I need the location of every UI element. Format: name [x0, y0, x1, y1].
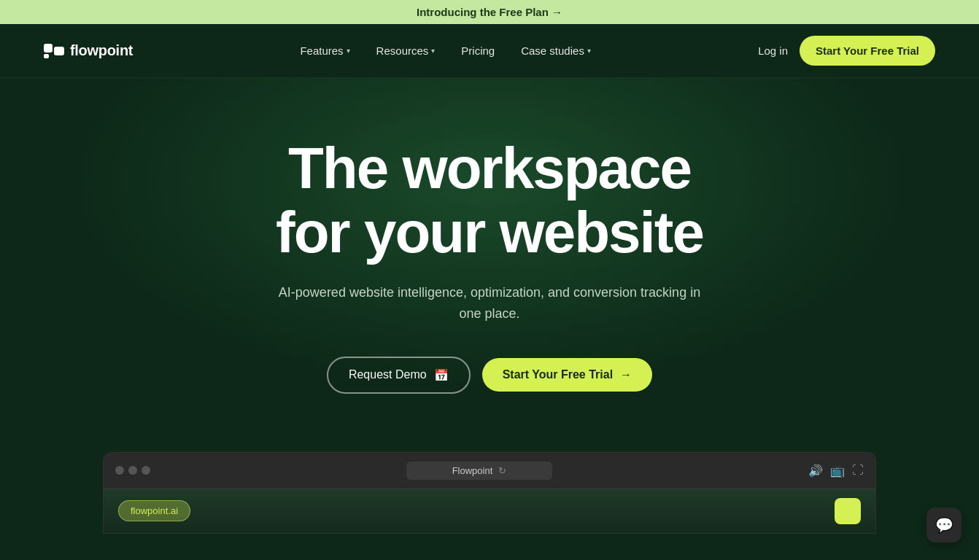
announcement-text: Introducing the Free Plan → — [417, 6, 562, 18]
hero-title-line2: for your website — [276, 200, 703, 265]
trial-button-label: Start Your Free Trial — [503, 368, 613, 381]
features-chevron-icon: ▾ — [347, 47, 350, 55]
nav-features-label: Features — [300, 44, 343, 57]
hero-buttons: Request Demo 📅 Start Your Free Trial → — [327, 357, 652, 394]
refresh-icon[interactable]: ↻ — [498, 465, 506, 476]
browser-dot-red — [115, 466, 124, 475]
nav-case-studies-label: Case studies — [521, 44, 584, 57]
arrow-right-icon: → — [620, 368, 632, 381]
announcement-link[interactable]: Introducing the Free Plan → — [417, 6, 562, 18]
browser-content-accent — [835, 498, 861, 524]
browser-dot-green — [142, 466, 150, 475]
url-text: Flowpoint — [452, 465, 493, 476]
nav-links: Features ▾ Resources ▾ Pricing Case stud… — [300, 44, 590, 57]
nav-resources-label: Resources — [376, 44, 429, 57]
content-pill-text: flowpoint.ai — [131, 505, 178, 516]
browser-mockup-wrapper: Flowpoint ↻ 🔊 📺 ⛶ flowpoint.ai — [0, 423, 979, 534]
hero-title-line1: The workspace — [288, 136, 691, 201]
browser-content: flowpoint.ai — [104, 489, 875, 533]
nav-item-resources[interactable]: Resources ▾ — [376, 44, 436, 57]
browser-dots — [115, 466, 150, 475]
nav-item-case-studies[interactable]: Case studies ▾ — [521, 44, 591, 57]
start-trial-button[interactable]: Start Your Free Trial → — [482, 358, 652, 392]
announcement-bar[interactable]: Introducing the Free Plan → — [0, 0, 979, 24]
browser-dot-yellow — [128, 466, 137, 475]
browser-bar: Flowpoint ↻ 🔊 📺 ⛶ — [104, 453, 875, 489]
nav-actions: Log in Start Your Free Trial — [758, 36, 935, 66]
logo-text: flowpoint — [70, 42, 133, 59]
browser-content-pill: flowpoint.ai — [118, 500, 190, 521]
resources-chevron-icon: ▾ — [431, 47, 435, 55]
hero-subtitle: AI-powered website intelligence, optimiz… — [271, 282, 708, 324]
svg-rect-0 — [44, 44, 53, 52]
chat-icon: 💬 — [935, 516, 953, 534]
svg-rect-2 — [54, 47, 64, 55]
volume-icon[interactable]: 🔊 — [808, 464, 823, 478]
chat-widget[interactable]: 💬 — [926, 508, 961, 542]
fullscreen-icon[interactable]: ⛶ — [852, 464, 864, 477]
svg-rect-1 — [44, 54, 49, 58]
browser-actions: 🔊 📺 ⛶ — [808, 464, 864, 478]
logo-icon — [44, 44, 64, 58]
nav-cta-button[interactable]: Start Your Free Trial — [800, 36, 935, 66]
nav-item-features[interactable]: Features ▾ — [300, 44, 349, 57]
login-button[interactable]: Log in — [758, 44, 788, 57]
request-demo-button[interactable]: Request Demo 📅 — [327, 357, 471, 394]
navbar: flowpoint Features ▾ Resources ▾ Pricing… — [0, 24, 979, 78]
cast-icon[interactable]: 📺 — [830, 464, 845, 478]
nav-pricing-label: Pricing — [461, 44, 495, 57]
hero-section: The workspace for your website AI-powere… — [0, 78, 979, 423]
url-pill[interactable]: Flowpoint ↻ — [406, 462, 552, 480]
demo-button-label: Request Demo — [349, 368, 427, 381]
hero-title: The workspace for your website — [276, 136, 703, 265]
nav-item-pricing[interactable]: Pricing — [461, 44, 495, 57]
logo[interactable]: flowpoint — [44, 42, 133, 59]
calendar-icon: 📅 — [434, 368, 449, 382]
browser-url-bar: Flowpoint ↻ — [159, 462, 800, 480]
case-studies-chevron-icon: ▾ — [587, 47, 591, 55]
browser-mockup: Flowpoint ↻ 🔊 📺 ⛶ flowpoint.ai — [103, 452, 876, 534]
